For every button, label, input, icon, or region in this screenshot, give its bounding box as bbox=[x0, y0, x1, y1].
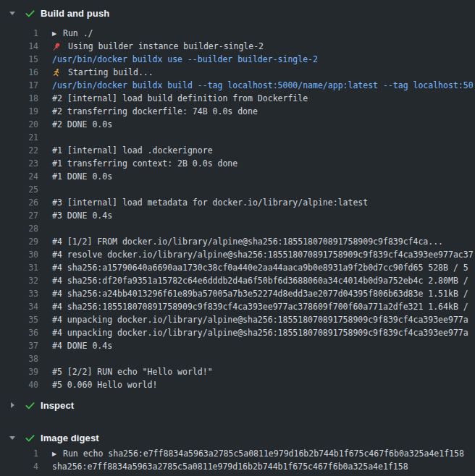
log-line: 26#3 [internal] load metadata for docker… bbox=[0, 196, 475, 209]
log-text-content: #4 unpacking docker.io/library/alpine@sh… bbox=[52, 315, 468, 325]
log-text-content: sha256:e7ff8834a5963a2785c5a0811e979d16b… bbox=[52, 462, 408, 472]
log-text-content: #1 DONE 0.0s bbox=[52, 171, 112, 182]
log-text-content: #4 resolve docker.io/library/alpine@sha2… bbox=[52, 250, 474, 260]
log-text: ▶Run ./ bbox=[52, 28, 93, 38]
log-section-build-and-push: Build and push 1▶Run ./14Using builder i… bbox=[0, 4, 475, 396]
line-number[interactable]: 39 bbox=[0, 367, 38, 377]
line-number[interactable]: 34 bbox=[0, 302, 38, 312]
log-line: 16Starting build... bbox=[0, 66, 475, 79]
log-line: 18#2 [internal] load build definition fr… bbox=[0, 92, 475, 105]
line-number[interactable]: 40 bbox=[0, 380, 38, 390]
log-command-text: /usr/bin/docker buildx build --tag local… bbox=[52, 80, 474, 90]
line-number[interactable]: 1 bbox=[0, 28, 38, 38]
line-number[interactable]: 16 bbox=[0, 67, 38, 77]
log-text-content: Starting build... bbox=[68, 67, 154, 77]
line-number[interactable]: 38 bbox=[0, 354, 38, 364]
log-text: Starting build... bbox=[52, 67, 154, 77]
check-icon bbox=[24, 399, 35, 411]
log-text: #4 resolve docker.io/library/alpine@sha2… bbox=[52, 250, 474, 260]
line-number[interactable]: 20 bbox=[0, 119, 38, 129]
log-lines: 1▶Run ./14Using builder instance builder… bbox=[0, 22, 475, 396]
expand-icon[interactable]: ▶ bbox=[52, 30, 59, 37]
log-line: 1▶Run echo sha256:e7ff8834a5963a2785c5a0… bbox=[0, 447, 475, 460]
line-number[interactable]: 23 bbox=[0, 158, 38, 169]
line-number[interactable]: 24 bbox=[0, 171, 38, 182]
log-text: #1 transferring context: 2B 0.0s done bbox=[52, 158, 238, 169]
expand-icon[interactable]: ▶ bbox=[52, 451, 59, 457]
log-line: 14Using builder instance builder-single-… bbox=[0, 40, 475, 53]
log-text: #4 sha256:df20fa9351a15782c64e6dddb2d4a6… bbox=[52, 276, 474, 286]
log-text: #5 0.060 Hello world! bbox=[52, 380, 157, 390]
chevron-down-icon[interactable] bbox=[9, 434, 16, 441]
log-text-content: #4 unpacking docker.io/library/alpine@sh… bbox=[52, 328, 468, 338]
log-text: #4 DONE 0.4s bbox=[52, 341, 112, 351]
log-line: 36#4 unpacking docker.io/library/alpine@… bbox=[0, 326, 475, 339]
line-number[interactable]: 26 bbox=[0, 197, 38, 208]
log-text: #4 unpacking docker.io/library/alpine@sh… bbox=[52, 328, 468, 338]
log-line: 35#4 unpacking docker.io/library/alpine@… bbox=[0, 313, 475, 326]
line-number[interactable]: 29 bbox=[0, 237, 38, 247]
log-text: sha256:e7ff8834a5963a2785c5a0811e979d16b… bbox=[52, 462, 408, 472]
section-header-image-digest[interactable]: Image digest bbox=[0, 428, 475, 447]
log-text-content: /usr/bin/docker buildx build --tag local… bbox=[52, 80, 474, 90]
actions-log-viewer: Build and push 1▶Run ./14Using builder i… bbox=[0, 0, 475, 476]
line-number[interactable]: 28 bbox=[0, 224, 38, 234]
line-number[interactable]: 30 bbox=[0, 250, 38, 260]
log-line: 21 bbox=[0, 131, 475, 144]
log-line: 38 bbox=[0, 352, 475, 365]
log-text-content: Using builder instance builder-single-2 bbox=[68, 41, 264, 51]
line-number[interactable]: 19 bbox=[0, 106, 38, 116]
log-line: 28 bbox=[0, 222, 475, 235]
line-number[interactable]: 33 bbox=[0, 289, 38, 299]
line-number[interactable]: 36 bbox=[0, 328, 38, 338]
line-number[interactable]: 14 bbox=[0, 41, 38, 51]
log-line: 17/usr/bin/docker buildx build --tag loc… bbox=[0, 79, 475, 92]
log-text: #2 transferring dockerfile: 74B 0.0s don… bbox=[52, 106, 258, 116]
line-number[interactable]: 17 bbox=[0, 80, 38, 90]
log-command-text: /usr/bin/docker buildx use --builder bui… bbox=[52, 54, 318, 64]
log-text-content: #4 sha256:185518070891758909c9f839cf4ca3… bbox=[52, 302, 474, 312]
log-text-content: /usr/bin/docker buildx use --builder bui… bbox=[52, 54, 318, 64]
log-line: 33#4 sha256:a24bb4013296f61e89ba57005a7b… bbox=[0, 287, 475, 300]
log-line: 37#4 DONE 0.4s bbox=[0, 339, 475, 352]
log-text: Using builder instance builder-single-2 bbox=[52, 41, 264, 51]
line-number[interactable]: 1 bbox=[0, 449, 38, 459]
log-text: #4 sha256:a24bb4013296f61e89ba57005a7b3e… bbox=[52, 289, 474, 299]
section-header-inspect[interactable]: Inspect bbox=[0, 396, 475, 415]
log-text-content: #2 [internal] load build definition from… bbox=[52, 93, 308, 103]
log-text-content: #3 [internal] load metadata for docker.i… bbox=[52, 197, 368, 208]
line-number[interactable]: 4 bbox=[0, 462, 38, 472]
check-icon bbox=[24, 432, 35, 443]
log-line: 31#4 sha256:a15790640a6690aa1730c38cf0a4… bbox=[0, 261, 475, 274]
log-text: #2 DONE 0.0s bbox=[52, 119, 112, 129]
log-line: 39#5 [2/2] RUN echo "Hello world!" bbox=[0, 365, 475, 378]
log-text: #3 [internal] load metadata for docker.i… bbox=[52, 197, 368, 208]
log-text-content: #4 sha256:a24bb4013296f61e89ba57005a7b3e… bbox=[52, 289, 474, 299]
line-number[interactable]: 15 bbox=[0, 54, 38, 64]
log-text: #4 [1/2] FROM docker.io/library/alpine@s… bbox=[52, 237, 443, 247]
section-title: Build and push bbox=[41, 8, 109, 19]
line-number[interactable]: 27 bbox=[0, 211, 38, 221]
log-text-content: Run ./ bbox=[63, 28, 93, 38]
log-line: 34#4 sha256:185518070891758909c9f839cf4c… bbox=[0, 300, 475, 313]
line-number[interactable]: 31 bbox=[0, 263, 38, 273]
log-section-image-digest: Image digest 1▶Run echo sha256:e7ff8834a… bbox=[0, 428, 475, 476]
log-line: 27#3 DONE 0.4s bbox=[0, 209, 475, 222]
line-number[interactable]: 32 bbox=[0, 276, 38, 286]
line-number[interactable]: 18 bbox=[0, 93, 38, 103]
log-line: 22#1 [internal] load .dockerignore bbox=[0, 144, 475, 157]
log-section-inspect: Inspect bbox=[0, 396, 475, 415]
chevron-down-icon[interactable] bbox=[9, 9, 16, 17]
line-number[interactable]: 22 bbox=[0, 145, 38, 156]
log-text: #4 sha256:185518070891758909c9f839cf4ca3… bbox=[52, 302, 474, 312]
log-line: 32#4 sha256:df20fa9351a15782c64e6dddb2d4… bbox=[0, 274, 475, 287]
line-number[interactable]: 25 bbox=[0, 184, 38, 195]
log-text-content: #1 transferring context: 2B 0.0s done bbox=[52, 158, 238, 169]
section-header-build-and-push[interactable]: Build and push bbox=[0, 4, 475, 22]
line-number[interactable]: 37 bbox=[0, 341, 38, 351]
line-number[interactable]: 21 bbox=[0, 132, 38, 143]
chevron-right-icon[interactable] bbox=[9, 401, 16, 409]
log-line: 40#5 0.060 Hello world! bbox=[0, 378, 475, 391]
log-line: 20#2 DONE 0.0s bbox=[0, 118, 475, 131]
line-number[interactable]: 35 bbox=[0, 315, 38, 325]
